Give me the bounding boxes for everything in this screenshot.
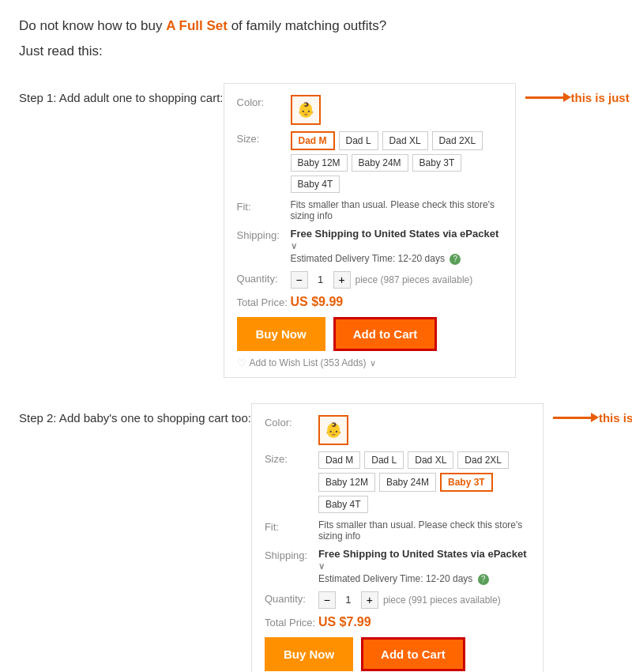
- step2-size-dad-l[interactable]: Dad L: [364, 451, 404, 469]
- step1-wishlist-row: ♡ Add to Wish List (353 Adds) ∨: [237, 357, 502, 369]
- step2-delivery-text: Estimated Delivery Time: 12-20 days ?: [318, 573, 530, 585]
- step1-quantity-label: Quantity:: [237, 271, 291, 285]
- step1-size-dad-l[interactable]: Dad L: [339, 131, 378, 150]
- step2-quantity-controls: − 1 + piece (991 pieces available): [318, 591, 501, 609]
- step1-shipping-label: Shipping:: [237, 228, 291, 241]
- step1-total-price: US $9.99: [291, 295, 344, 309]
- step1-qty-minus[interactable]: −: [291, 271, 308, 289]
- step1-wishlist-dropdown-icon[interactable]: ∨: [370, 358, 376, 368]
- step2-shipping-value: Free Shipping to United States via ePack…: [318, 548, 530, 585]
- step1-size-dad-m[interactable]: Dad M: [291, 131, 335, 150]
- intro-suffix: of family matching outfits?: [228, 18, 386, 33]
- intro-highlight: A Full Set: [166, 18, 228, 33]
- step1-annotation-text: this is just 1 Piece for dad: [571, 91, 632, 104]
- step2-total-price: US $7.99: [318, 615, 371, 629]
- step2-shipping-dropdown-icon[interactable]: ∨: [318, 561, 325, 571]
- step2-color-row: Color: 👶: [265, 415, 530, 445]
- step1-arrow: [525, 96, 565, 99]
- step2-pieces-text: piece (991 pieces available): [383, 595, 501, 606]
- step1-qty-value: 1: [313, 274, 329, 285]
- step2-qty-value: 1: [340, 594, 356, 606]
- step1-size-baby-24m[interactable]: Baby 24M: [352, 154, 408, 172]
- step1-shipping-value: Free Shipping to United States via ePack…: [291, 228, 502, 265]
- step1-heart-icon: ♡: [237, 357, 246, 369]
- step2-shipping-label: Shipping:: [265, 548, 318, 561]
- step1-section: Step 1: Add adult one to shopping cart: …: [19, 83, 613, 378]
- step2-fit-value: Fits smaller than usual. Please check th…: [318, 519, 530, 542]
- step1-color-emoji: 👶: [297, 101, 314, 119]
- step1-label: Step 1: Add adult one to shopping cart:: [19, 83, 224, 104]
- step1-annotation: this is just 1 Piece for dad: [525, 83, 632, 104]
- step2-buy-now-button[interactable]: Buy Now: [265, 637, 353, 671]
- step1-wishlist-text[interactable]: Add to Wish List (353 Adds): [250, 357, 367, 368]
- step1-shipping-row: Shipping: Free Shipping to United States…: [237, 228, 502, 265]
- step2-section: Step 2: Add baby's one to shopping cart …: [19, 403, 613, 672]
- step1-size-label: Size:: [237, 131, 291, 145]
- step2-product-card: Color: 👶 Size: Dad M Dad L Dad XL Dad 2X…: [251, 403, 544, 672]
- step2-fit-label: Fit:: [265, 519, 318, 533]
- step1-qty-plus[interactable]: +: [333, 271, 351, 289]
- step1-total-label: Total Price:: [237, 295, 291, 308]
- step1-size-row: Size: Dad M Dad L Dad XL Dad 2XL Baby 12…: [237, 131, 502, 193]
- step1-size-baby-12m[interactable]: Baby 12M: [291, 154, 348, 172]
- step2-quantity-row: Quantity: − 1 + piece (991 pieces availa…: [265, 591, 530, 609]
- step2-quantity-label: Quantity:: [265, 591, 318, 605]
- step2-action-buttons: Buy Now Add to Cart: [265, 637, 530, 671]
- step2-color-emoji: 👶: [325, 421, 342, 439]
- step1-fit-value: Fits smaller than usual. Please check th…: [291, 199, 502, 221]
- step2-delivery-help-icon[interactable]: ?: [478, 574, 489, 585]
- step2-annotation-text: this is just 1 Piece for baby: [599, 411, 632, 425]
- step1-total-row: Total Price: US $9.99: [237, 295, 502, 309]
- step2-size-baby-3t[interactable]: Baby 3T: [440, 473, 493, 492]
- step1-pieces-text: piece (987 pieces available): [356, 274, 473, 285]
- step1-arrow-line: [525, 96, 565, 99]
- step1-delivery-text: Estimated Delivery Time: 12-20 days ?: [291, 253, 502, 265]
- step1-color-label: Color:: [237, 95, 291, 108]
- step1-size-dad-xl[interactable]: Dad XL: [382, 131, 428, 150]
- step1-action-buttons: Buy Now Add to Cart: [237, 317, 502, 351]
- intro-line2: Just read this:: [19, 41, 613, 62]
- step2-label: Step 2: Add baby's one to shopping cart …: [19, 403, 251, 425]
- step1-add-to-cart-button[interactable]: Add to Cart: [333, 317, 438, 351]
- step2-add-to-cart-button[interactable]: Add to Cart: [361, 637, 465, 671]
- step1-fit-row: Fit: Fits smaller than usual. Please che…: [237, 199, 502, 221]
- step2-total-label: Total Price:: [265, 615, 318, 629]
- step1-quantity-row: Quantity: − 1 + piece (987 pieces availa…: [237, 271, 502, 289]
- step1-size-baby-4t[interactable]: Baby 4T: [291, 176, 340, 193]
- step1-fit-label: Fit:: [237, 199, 291, 213]
- step2-qty-plus[interactable]: +: [361, 591, 378, 609]
- step2-size-dad-2xl[interactable]: Dad 2XL: [457, 451, 509, 469]
- step2-size-baby-24m[interactable]: Baby 24M: [379, 473, 436, 492]
- step1-product-card: Color: 👶 Size: Dad M Dad L Dad XL Dad 2X…: [224, 83, 516, 378]
- step1-size-baby-3t[interactable]: Baby 3T: [412, 154, 462, 172]
- intro-prefix: Do not know how to buy: [19, 18, 166, 33]
- step1-quantity-controls: − 1 + piece (987 pieces available): [291, 271, 473, 289]
- step1-buy-now-button[interactable]: Buy Now: [237, 317, 325, 351]
- step2-size-dad-m[interactable]: Dad M: [318, 451, 360, 469]
- step2-annotation: this is just 1 Piece for baby: [553, 403, 632, 425]
- step1-size-dad-2xl[interactable]: Dad 2XL: [432, 131, 483, 150]
- step1-shipping-text: Free Shipping to United States via ePack…: [291, 228, 502, 251]
- step1-delivery-help-icon[interactable]: ?: [450, 254, 461, 265]
- step2-arrow: [553, 417, 592, 419]
- step2-size-label: Size:: [265, 451, 318, 465]
- step1-color-row: Color: 👶: [237, 95, 502, 125]
- step2-color-label: Color:: [265, 415, 318, 428]
- step2-size-dad-xl[interactable]: Dad XL: [408, 451, 453, 469]
- step2-qty-minus[interactable]: −: [318, 591, 336, 609]
- step2-arrow-line: [553, 417, 592, 419]
- step2-shipping-row: Shipping: Free Shipping to United States…: [265, 548, 530, 585]
- intro-line1: Do not know how to buy A Full Set of fam…: [19, 16, 613, 36]
- step2-size-row: Size: Dad M Dad L Dad XL Dad 2XL Baby 12…: [265, 451, 530, 513]
- step1-color-swatch[interactable]: 👶: [291, 95, 321, 125]
- step2-size-baby-12m[interactable]: Baby 12M: [318, 473, 375, 492]
- step2-total-row: Total Price: US $7.99: [265, 615, 530, 629]
- step2-shipping-text: Free Shipping to United States via ePack…: [318, 548, 530, 572]
- step2-size-buttons: Dad M Dad L Dad XL Dad 2XL Baby 12M Baby…: [318, 451, 530, 513]
- step1-shipping-dropdown-icon[interactable]: ∨: [291, 241, 297, 251]
- step2-size-baby-4t[interactable]: Baby 4T: [318, 496, 368, 513]
- step1-size-buttons: Dad M Dad L Dad XL Dad 2XL Baby 12M Baby…: [291, 131, 502, 193]
- step2-fit-row: Fit: Fits smaller than usual. Please che…: [265, 519, 530, 542]
- step2-color-swatch[interactable]: 👶: [318, 415, 348, 445]
